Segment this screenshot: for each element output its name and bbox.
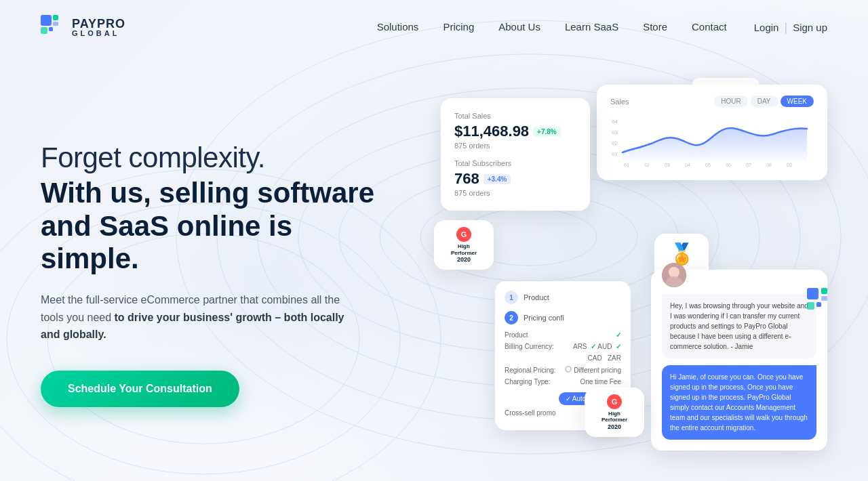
svg-text:01: 01 — [624, 163, 629, 167]
svg-rect-12 — [53, 15, 58, 20]
nav-auth: Login | Sign up — [754, 20, 827, 35]
svg-text:09: 09 — [787, 163, 792, 167]
svg-text:07: 07 — [746, 163, 751, 167]
svg-text:02: 02 — [612, 140, 618, 146]
pricing-step-1: 1 Product — [505, 291, 621, 304]
svg-rect-39 — [816, 302, 821, 307]
hero-section: Forget complexity. With us, selling soft… — [0, 54, 868, 481]
sales-badge: +7.8% — [533, 127, 561, 137]
nav-learn-saas[interactable]: Learn SaaS — [565, 21, 618, 33]
logo[interactable]: PAYPRO GLOBAL — [41, 15, 125, 39]
hp-g2-icon: G — [456, 227, 471, 242]
svg-rect-36 — [821, 288, 827, 294]
nav-solutions[interactable]: Solutions — [377, 21, 419, 33]
svg-text:03: 03 — [612, 129, 618, 135]
hero-content: Forget complexity. With us, selling soft… — [41, 142, 420, 407]
svg-rect-11 — [41, 15, 52, 26]
chart-tab-day[interactable]: DAY — [751, 96, 778, 107]
chart-area: 04 03 02 01 01 02 03 04 05 06 07 08 09 — [610, 115, 814, 169]
svg-rect-35 — [807, 288, 818, 299]
chart-header: Sales HOUR DAY WEEK — [610, 96, 814, 107]
award-icon: 🏅 — [663, 242, 701, 266]
cta-button[interactable]: Schedule Your Consultation — [41, 371, 239, 407]
sales-card: Total Sales $11,468.98 +7.8% 875 orders … — [441, 98, 590, 211]
chart-svg: 04 03 02 01 01 02 03 04 05 06 07 08 09 — [610, 115, 814, 169]
nav-contact[interactable]: Contact — [692, 21, 727, 33]
svg-rect-13 — [53, 22, 58, 26]
svg-rect-14 — [41, 27, 47, 34]
chart-tab-week[interactable]: WEEK — [781, 96, 814, 107]
chat-message-outgoing: Hi Jamie, of course you can. Once you ha… — [662, 365, 816, 440]
nav-links: Solutions Pricing About Us Learn SaaS St… — [377, 21, 727, 33]
chart-tabs: HOUR DAY WEEK — [714, 96, 814, 107]
login-link[interactable]: Login — [754, 22, 779, 33]
floating-logo — [807, 288, 834, 318]
pricing-step-2: 2 Pricing confi — [505, 311, 621, 325]
svg-text:03: 03 — [665, 163, 670, 167]
signup-link[interactable]: Sign up — [793, 22, 827, 33]
svg-rect-38 — [807, 302, 814, 310]
svg-text:02: 02 — [644, 163, 650, 167]
svg-text:01: 01 — [612, 151, 618, 157]
hero-tagline: Forget complexity. — [41, 142, 393, 174]
chat-message-incoming: Hey, I was browsing through your website… — [662, 294, 816, 358]
dashboard-mockups: G Leader For 2020 Overview 45% Sales HOU… — [420, 78, 827, 471]
logo-text: PAYPRO GLOBAL — [72, 18, 125, 37]
chat-card: Hey, I was browsing through your website… — [651, 270, 827, 451]
svg-text:08: 08 — [766, 163, 772, 167]
nav-about[interactable]: About Us — [498, 21, 540, 33]
high-performer-badge-bottom: G HighPerformer 2020 — [585, 388, 644, 437]
nav-pricing[interactable]: Pricing — [443, 21, 474, 33]
chat-avatar — [662, 263, 686, 287]
nav-store[interactable]: Store — [643, 21, 667, 33]
hp-g2-icon-2: G — [607, 394, 622, 409]
logo-icon — [41, 15, 65, 39]
auth-divider: | — [784, 20, 787, 35]
high-performer-badge-left: G HighPerformer 2020 — [434, 220, 494, 270]
svg-text:04: 04 — [612, 119, 618, 125]
subscribers-badge: +3.4% — [484, 174, 511, 184]
svg-point-33 — [669, 267, 679, 278]
svg-text:06: 06 — [726, 163, 731, 167]
svg-text:05: 05 — [705, 163, 711, 167]
chart-tab-hour[interactable]: HOUR — [714, 96, 747, 107]
hero-description: Meet the full-service eCommerce partner … — [41, 291, 353, 343]
chart-card: Sales HOUR DAY WEEK 04 — [597, 85, 827, 180]
navbar: PAYPRO GLOBAL Solutions Pricing About Us… — [0, 0, 868, 54]
svg-rect-37 — [821, 296, 827, 301]
svg-text:04: 04 — [685, 163, 690, 167]
hero-title: With us, selling software and SaaS onlin… — [41, 177, 393, 275]
svg-rect-15 — [49, 27, 53, 31]
